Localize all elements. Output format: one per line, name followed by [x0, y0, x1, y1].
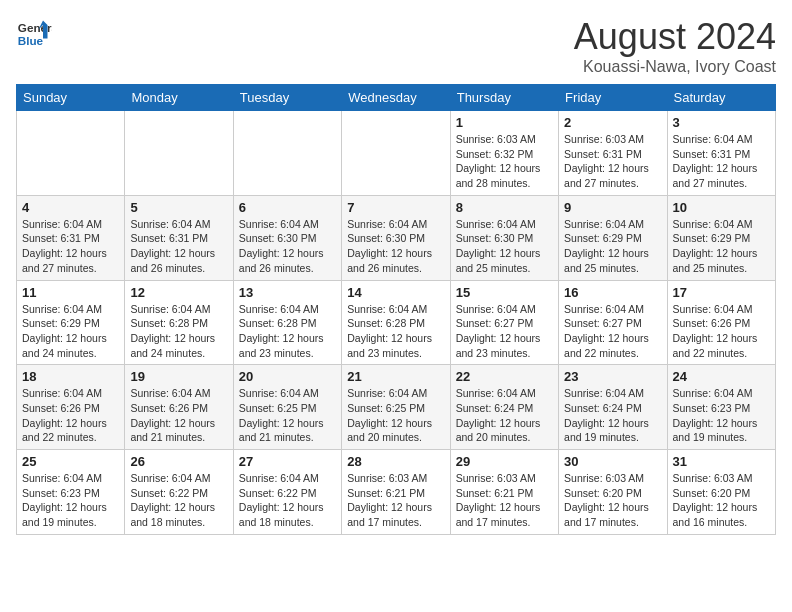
day-info: Sunrise: 6:04 AM Sunset: 6:27 PM Dayligh…	[456, 302, 553, 361]
calendar-cell: 28Sunrise: 6:03 AM Sunset: 6:21 PM Dayli…	[342, 450, 450, 535]
calendar-cell: 8Sunrise: 6:04 AM Sunset: 6:30 PM Daylig…	[450, 195, 558, 280]
day-info: Sunrise: 6:04 AM Sunset: 6:30 PM Dayligh…	[239, 217, 336, 276]
calendar-cell: 11Sunrise: 6:04 AM Sunset: 6:29 PM Dayli…	[17, 280, 125, 365]
day-info: Sunrise: 6:04 AM Sunset: 6:31 PM Dayligh…	[22, 217, 119, 276]
calendar-cell: 30Sunrise: 6:03 AM Sunset: 6:20 PM Dayli…	[559, 450, 667, 535]
day-info: Sunrise: 6:04 AM Sunset: 6:29 PM Dayligh…	[22, 302, 119, 361]
calendar-cell: 2Sunrise: 6:03 AM Sunset: 6:31 PM Daylig…	[559, 111, 667, 196]
day-number: 12	[130, 285, 227, 300]
day-info: Sunrise: 6:04 AM Sunset: 6:30 PM Dayligh…	[347, 217, 444, 276]
calendar-cell: 12Sunrise: 6:04 AM Sunset: 6:28 PM Dayli…	[125, 280, 233, 365]
day-number: 25	[22, 454, 119, 469]
day-number: 21	[347, 369, 444, 384]
day-number: 16	[564, 285, 661, 300]
day-number: 4	[22, 200, 119, 215]
title-block: August 2024 Kouassi-Nawa, Ivory Coast	[574, 16, 776, 76]
day-info: Sunrise: 6:04 AM Sunset: 6:22 PM Dayligh…	[239, 471, 336, 530]
logo-icon: General Blue	[16, 16, 52, 52]
calendar-cell	[342, 111, 450, 196]
day-number: 8	[456, 200, 553, 215]
calendar-cell: 13Sunrise: 6:04 AM Sunset: 6:28 PM Dayli…	[233, 280, 341, 365]
calendar-table: SundayMondayTuesdayWednesdayThursdayFrid…	[16, 84, 776, 535]
day-info: Sunrise: 6:04 AM Sunset: 6:24 PM Dayligh…	[456, 386, 553, 445]
calendar-cell: 27Sunrise: 6:04 AM Sunset: 6:22 PM Dayli…	[233, 450, 341, 535]
day-info: Sunrise: 6:04 AM Sunset: 6:25 PM Dayligh…	[347, 386, 444, 445]
day-info: Sunrise: 6:04 AM Sunset: 6:30 PM Dayligh…	[456, 217, 553, 276]
day-info: Sunrise: 6:03 AM Sunset: 6:21 PM Dayligh…	[456, 471, 553, 530]
day-number: 11	[22, 285, 119, 300]
day-info: Sunrise: 6:03 AM Sunset: 6:31 PM Dayligh…	[564, 132, 661, 191]
page-header: General Blue August 2024 Kouassi-Nawa, I…	[16, 16, 776, 76]
day-info: Sunrise: 6:04 AM Sunset: 6:26 PM Dayligh…	[22, 386, 119, 445]
day-info: Sunrise: 6:04 AM Sunset: 6:23 PM Dayligh…	[673, 386, 770, 445]
calendar-cell: 24Sunrise: 6:04 AM Sunset: 6:23 PM Dayli…	[667, 365, 775, 450]
day-number: 9	[564, 200, 661, 215]
day-info: Sunrise: 6:03 AM Sunset: 6:20 PM Dayligh…	[564, 471, 661, 530]
calendar-week-4: 18Sunrise: 6:04 AM Sunset: 6:26 PM Dayli…	[17, 365, 776, 450]
subtitle: Kouassi-Nawa, Ivory Coast	[574, 58, 776, 76]
calendar-week-2: 4Sunrise: 6:04 AM Sunset: 6:31 PM Daylig…	[17, 195, 776, 280]
day-number: 18	[22, 369, 119, 384]
calendar-cell: 22Sunrise: 6:04 AM Sunset: 6:24 PM Dayli…	[450, 365, 558, 450]
day-number: 20	[239, 369, 336, 384]
day-number: 13	[239, 285, 336, 300]
day-number: 3	[673, 115, 770, 130]
day-number: 5	[130, 200, 227, 215]
calendar-cell: 10Sunrise: 6:04 AM Sunset: 6:29 PM Dayli…	[667, 195, 775, 280]
calendar-cell: 29Sunrise: 6:03 AM Sunset: 6:21 PM Dayli…	[450, 450, 558, 535]
day-number: 22	[456, 369, 553, 384]
day-number: 2	[564, 115, 661, 130]
calendar-cell	[125, 111, 233, 196]
calendar-cell: 21Sunrise: 6:04 AM Sunset: 6:25 PM Dayli…	[342, 365, 450, 450]
calendar-cell: 15Sunrise: 6:04 AM Sunset: 6:27 PM Dayli…	[450, 280, 558, 365]
calendar-cell	[233, 111, 341, 196]
day-number: 1	[456, 115, 553, 130]
calendar-week-5: 25Sunrise: 6:04 AM Sunset: 6:23 PM Dayli…	[17, 450, 776, 535]
main-title: August 2024	[574, 16, 776, 58]
day-number: 26	[130, 454, 227, 469]
day-number: 24	[673, 369, 770, 384]
day-number: 28	[347, 454, 444, 469]
weekday-header-thursday: Thursday	[450, 85, 558, 111]
weekday-header-wednesday: Wednesday	[342, 85, 450, 111]
day-info: Sunrise: 6:04 AM Sunset: 6:23 PM Dayligh…	[22, 471, 119, 530]
calendar-cell: 7Sunrise: 6:04 AM Sunset: 6:30 PM Daylig…	[342, 195, 450, 280]
calendar-cell: 6Sunrise: 6:04 AM Sunset: 6:30 PM Daylig…	[233, 195, 341, 280]
day-number: 15	[456, 285, 553, 300]
day-number: 31	[673, 454, 770, 469]
weekday-header-saturday: Saturday	[667, 85, 775, 111]
day-info: Sunrise: 6:04 AM Sunset: 6:28 PM Dayligh…	[239, 302, 336, 361]
weekday-header-monday: Monday	[125, 85, 233, 111]
calendar-cell: 31Sunrise: 6:03 AM Sunset: 6:20 PM Dayli…	[667, 450, 775, 535]
calendar-cell: 14Sunrise: 6:04 AM Sunset: 6:28 PM Dayli…	[342, 280, 450, 365]
calendar-cell: 18Sunrise: 6:04 AM Sunset: 6:26 PM Dayli…	[17, 365, 125, 450]
weekday-header-friday: Friday	[559, 85, 667, 111]
calendar-cell: 3Sunrise: 6:04 AM Sunset: 6:31 PM Daylig…	[667, 111, 775, 196]
day-info: Sunrise: 6:03 AM Sunset: 6:32 PM Dayligh…	[456, 132, 553, 191]
day-number: 29	[456, 454, 553, 469]
calendar-cell: 9Sunrise: 6:04 AM Sunset: 6:29 PM Daylig…	[559, 195, 667, 280]
calendar-cell: 4Sunrise: 6:04 AM Sunset: 6:31 PM Daylig…	[17, 195, 125, 280]
calendar-cell: 20Sunrise: 6:04 AM Sunset: 6:25 PM Dayli…	[233, 365, 341, 450]
calendar-cell: 16Sunrise: 6:04 AM Sunset: 6:27 PM Dayli…	[559, 280, 667, 365]
logo: General Blue	[16, 16, 52, 52]
calendar-cell: 25Sunrise: 6:04 AM Sunset: 6:23 PM Dayli…	[17, 450, 125, 535]
day-info: Sunrise: 6:03 AM Sunset: 6:21 PM Dayligh…	[347, 471, 444, 530]
day-info: Sunrise: 6:04 AM Sunset: 6:26 PM Dayligh…	[673, 302, 770, 361]
day-info: Sunrise: 6:04 AM Sunset: 6:31 PM Dayligh…	[130, 217, 227, 276]
calendar-cell: 26Sunrise: 6:04 AM Sunset: 6:22 PM Dayli…	[125, 450, 233, 535]
day-number: 6	[239, 200, 336, 215]
day-number: 23	[564, 369, 661, 384]
day-number: 14	[347, 285, 444, 300]
day-number: 19	[130, 369, 227, 384]
weekday-header-tuesday: Tuesday	[233, 85, 341, 111]
weekday-header-row: SundayMondayTuesdayWednesdayThursdayFrid…	[17, 85, 776, 111]
calendar-cell	[17, 111, 125, 196]
day-info: Sunrise: 6:04 AM Sunset: 6:28 PM Dayligh…	[130, 302, 227, 361]
day-info: Sunrise: 6:04 AM Sunset: 6:29 PM Dayligh…	[564, 217, 661, 276]
calendar-cell: 19Sunrise: 6:04 AM Sunset: 6:26 PM Dayli…	[125, 365, 233, 450]
day-number: 7	[347, 200, 444, 215]
day-number: 30	[564, 454, 661, 469]
day-info: Sunrise: 6:04 AM Sunset: 6:27 PM Dayligh…	[564, 302, 661, 361]
day-info: Sunrise: 6:04 AM Sunset: 6:26 PM Dayligh…	[130, 386, 227, 445]
